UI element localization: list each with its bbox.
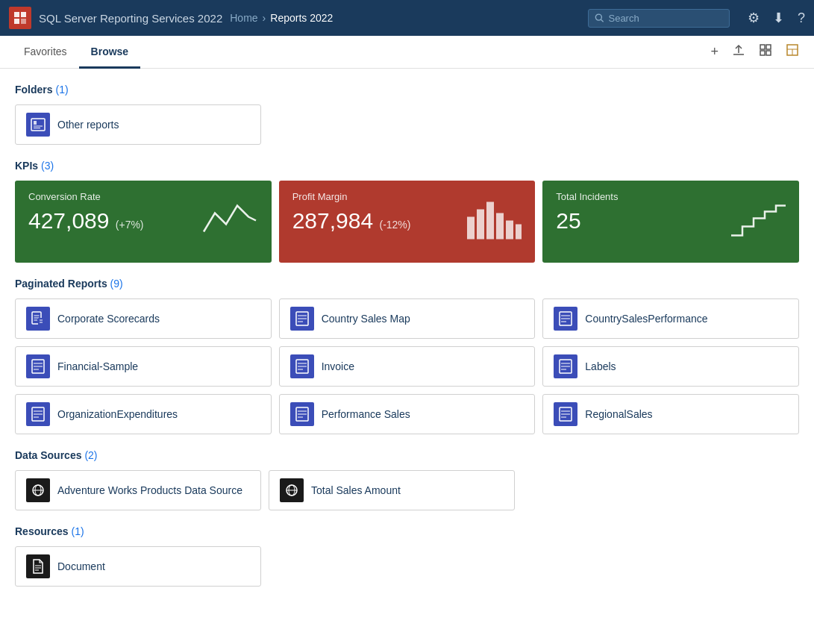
svg-rect-16 [34, 121, 37, 125]
upload-icon [732, 43, 745, 57]
paginated-reports-section-title: Paginated Reports (9) [15, 278, 799, 290]
kpi-chart-total-incidents [727, 198, 787, 246]
report-icon [26, 354, 50, 378]
svg-rect-23 [506, 221, 513, 240]
folder-label-other-reports: Other reports [57, 119, 119, 131]
report-label-organization-expenditures: OrganizationExpenditures [57, 408, 178, 420]
report-label-financial-sample: Financial-Sample [57, 360, 138, 372]
report-card-labels[interactable]: Labels [542, 346, 799, 387]
report-label-invoice: Invoice [322, 360, 354, 372]
breadcrumb: Home › Reports 2022 [230, 12, 333, 24]
datasource-icon [26, 478, 50, 502]
data-sources-section-title: Data Sources (2) [15, 449, 799, 461]
folder-document-icon [31, 118, 46, 131]
resource-icon [26, 554, 50, 578]
main-content: Folders (1) Other reports KPIs (3) Conve… [0, 69, 814, 644]
svg-rect-21 [486, 202, 494, 240]
report-label-regional-sales: RegionalSales [585, 408, 652, 420]
data-sources-grid: Adventure Works Products Data Source Tot… [15, 470, 799, 510]
svg-rect-11 [766, 51, 771, 55]
svg-rect-8 [760, 45, 765, 49]
report-label-performance-sales: Performance Sales [322, 408, 410, 420]
datasource-label-adventure-works: Adventure Works Products Data Source [57, 484, 242, 496]
report-card-performance-sales[interactable]: Performance Sales [279, 394, 536, 434]
tab-actions: + [707, 40, 802, 63]
tab-bar: Favorites Browse + [0, 36, 814, 69]
report-label-labels: Labels [585, 360, 616, 372]
svg-rect-24 [516, 225, 522, 240]
layout-icon [786, 43, 799, 57]
help-icon[interactable]: ? [798, 10, 805, 26]
search-box[interactable] [588, 9, 730, 28]
breadcrumb-separator: › [263, 12, 266, 24]
add-button[interactable]: + [707, 41, 721, 63]
datasource-icon [280, 478, 304, 502]
report-icon [290, 402, 314, 426]
svg-rect-9 [766, 45, 771, 49]
svg-rect-20 [477, 210, 484, 240]
kpi-chart-conversion-rate [200, 198, 260, 246]
resource-card-document[interactable]: Document [15, 546, 261, 587]
app-title: SQL Server Reporting Services 2022 [39, 12, 222, 25]
folders-grid: Other reports [15, 104, 799, 145]
search-icon [595, 13, 604, 23]
resources-section-title: Resources (1) [15, 525, 799, 537]
folder-card-other-reports[interactable]: Other reports [15, 104, 261, 145]
header: SQL Server Reporting Services 2022 Home … [0, 0, 814, 36]
folder-icon [26, 113, 50, 137]
layout-button[interactable] [783, 40, 802, 63]
reports-grid: Corporate Scorecards Country Sales Map C… [15, 298, 799, 434]
report-icon [554, 354, 577, 378]
svg-rect-0 [14, 12, 19, 17]
datasource-card-adventure-works[interactable]: Adventure Works Products Data Source [15, 470, 261, 510]
report-icon [554, 402, 577, 426]
kpi-card-profit-margin[interactable]: Profit Margin 287,984 (-12%) [279, 181, 536, 263]
report-card-organization-expenditures[interactable]: OrganizationExpenditures [15, 394, 272, 434]
svg-rect-3 [21, 19, 26, 24]
datasource-label-total-sales: Total Sales Amount [311, 484, 401, 496]
report-card-regional-sales[interactable]: RegionalSales [542, 394, 799, 434]
breadcrumb-home[interactable]: Home [230, 12, 257, 24]
svg-rect-29 [38, 318, 44, 325]
kpis-grid: Conversion Rate 427,089 (+7%) Profit Mar… [15, 181, 799, 263]
resource-label-document: Document [57, 560, 105, 572]
svg-point-4 [595, 14, 601, 20]
svg-rect-1 [21, 12, 26, 17]
report-card-country-sales-map[interactable]: Country Sales Map [279, 298, 536, 339]
app-logo [9, 7, 31, 29]
grid-icon [759, 43, 772, 57]
kpi-chart-profit-margin [463, 198, 523, 246]
header-actions: ⚙ ⬇ ? [748, 10, 805, 26]
report-card-invoice[interactable]: Invoice [279, 346, 536, 387]
svg-rect-15 [31, 119, 45, 131]
upload-button[interactable] [729, 40, 748, 63]
kpi-card-conversion-rate[interactable]: Conversion Rate 427,089 (+7%) [15, 181, 272, 263]
grid-view-button[interactable] [756, 40, 775, 63]
svg-rect-10 [760, 51, 765, 55]
kpis-section-title: KPIs (3) [15, 160, 799, 172]
report-icon [26, 402, 50, 426]
kpi-card-total-incidents[interactable]: Total Incidents 25 [542, 181, 799, 263]
svg-line-5 [601, 19, 603, 22]
report-card-financial-sample[interactable]: Financial-Sample [15, 346, 272, 387]
resources-grid: Document [15, 546, 799, 587]
breadcrumb-current: Reports 2022 [270, 12, 333, 24]
report-card-country-sales-performance[interactable]: CountrySalesPerformance [542, 298, 799, 339]
tab-browse[interactable]: Browse [79, 37, 141, 69]
report-icon [290, 354, 314, 378]
download-icon[interactable]: ⬇ [773, 10, 784, 26]
search-input[interactable] [608, 13, 723, 24]
report-label-country-sales-map: Country Sales Map [322, 313, 410, 325]
tab-favorites[interactable]: Favorites [12, 37, 79, 69]
report-card-corporate-scorecards[interactable]: Corporate Scorecards [15, 298, 272, 339]
report-label-country-sales-performance: CountrySalesPerformance [585, 313, 707, 325]
datasource-card-total-sales[interactable]: Total Sales Amount [269, 470, 515, 510]
folders-section-title: Folders (1) [15, 84, 799, 96]
report-label-corporate-scorecards: Corporate Scorecards [57, 313, 160, 325]
svg-rect-2 [14, 19, 19, 24]
report-icon [26, 307, 50, 331]
svg-rect-22 [496, 213, 504, 240]
svg-rect-19 [467, 217, 475, 240]
settings-icon[interactable]: ⚙ [748, 10, 760, 26]
report-icon [554, 307, 577, 331]
